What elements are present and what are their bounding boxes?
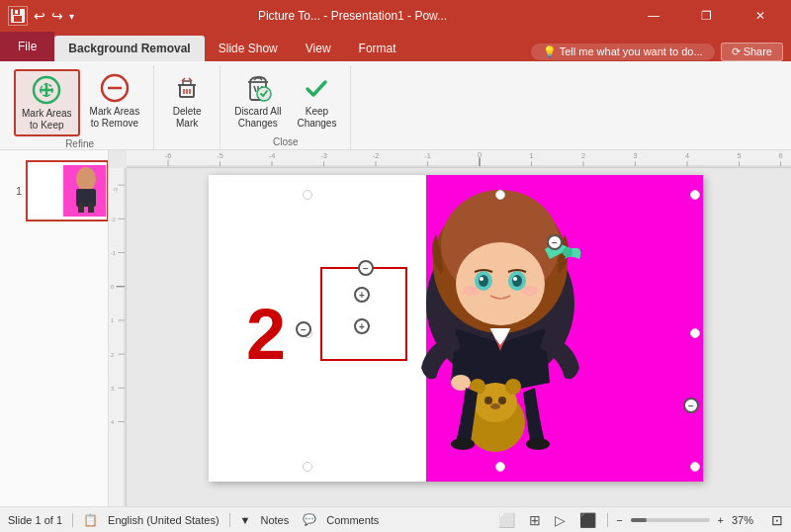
mark-remove-icon xyxy=(99,72,131,104)
view-slideshow-icon[interactable]: ⬛ xyxy=(576,511,599,529)
ribbon-body: Mark Areasto Keep Mark Areasto Remove Re… xyxy=(0,61,791,150)
remove-mark-top[interactable]: − xyxy=(547,234,563,250)
mark-keep-label: Mark Areasto Keep xyxy=(22,108,72,132)
slide-canvas: 2 xyxy=(209,175,703,482)
svg-point-84 xyxy=(451,375,471,391)
window-title: Picture To... - Presentation1 - Pow... xyxy=(258,9,447,23)
app-icon xyxy=(8,6,28,26)
ribbon-buttons-refine1: Mark Areasto Keep Mark Areasto Remove xyxy=(14,65,145,136)
svg-point-81 xyxy=(513,277,517,281)
ribbon-buttons-close: Discard AllChanges KeepChanges xyxy=(228,65,342,134)
rect-plus-2[interactable]: + xyxy=(354,318,370,334)
svg-point-80 xyxy=(480,277,483,281)
selection-handle-bl[interactable] xyxy=(303,462,312,472)
remove-mark-right[interactable]: − xyxy=(683,398,699,413)
view-reading-icon[interactable]: ▷ xyxy=(552,511,569,529)
svg-rect-24 xyxy=(78,203,84,213)
delete-mark-button[interactable]: DeleteMark xyxy=(162,69,212,133)
selection-handle-br[interactable] xyxy=(690,462,700,472)
svg-point-79 xyxy=(512,275,522,287)
close-label: Close xyxy=(273,134,299,147)
restore-button[interactable]: ❐ xyxy=(684,0,730,32)
redo-button[interactable]: ↪ xyxy=(51,8,63,24)
canvas-number-2: 2 xyxy=(246,294,286,375)
status-bar-right: ⬜ ⊞ ▷ ⬛ − + 37% ⊡ xyxy=(495,511,783,529)
tab-view[interactable]: View xyxy=(292,36,345,61)
quick-access-more[interactable]: ▾ xyxy=(69,11,74,22)
svg-point-92 xyxy=(451,438,475,450)
svg-point-83 xyxy=(522,286,538,296)
rect-plus-1[interactable]: + xyxy=(354,287,370,303)
fit-slide-button[interactable]: ⊡ xyxy=(771,512,783,528)
mark-keep-icon xyxy=(31,74,62,106)
svg-rect-3 xyxy=(15,10,18,14)
view-slidesorter-icon[interactable]: ⊞ xyxy=(526,511,544,529)
slide-canvas-wrapper: 2 xyxy=(109,150,791,506)
rect-minus-top[interactable]: − xyxy=(358,260,374,276)
svg-point-75 xyxy=(456,242,545,325)
selection-handle-tc[interactable] xyxy=(495,190,505,200)
ribbon-group-refine1: Mark Areasto Keep Mark Areasto Remove Re… xyxy=(6,65,154,149)
ribbon-tabs: File Background Removal Slide Show View … xyxy=(0,32,791,61)
slides-panel: 1 xyxy=(0,150,109,506)
svg-rect-12 xyxy=(183,81,191,85)
svg-point-94 xyxy=(563,247,572,257)
title-bar: ↩ ↪ ▾ Picture To... - Presentation1 - Po… xyxy=(0,0,791,32)
svg-point-78 xyxy=(479,275,488,287)
view-normal-icon[interactable]: ⬜ xyxy=(495,511,518,529)
svg-rect-25 xyxy=(88,203,94,213)
delete-mark-label: DeleteMark xyxy=(173,106,202,130)
share-button[interactable]: ⟳ Share xyxy=(721,43,783,61)
ribbon-group-delete: DeleteMark xyxy=(154,65,220,149)
notes-icon[interactable]: ▼ xyxy=(240,514,251,526)
comments-button[interactable]: Comments xyxy=(326,514,379,526)
zoom-out-button[interactable]: − xyxy=(616,514,622,526)
keep-changes-icon xyxy=(301,72,332,104)
ribbon-right: 💡 Tell me what you want to do... ⟳ Share xyxy=(531,43,791,61)
svg-point-91 xyxy=(505,379,521,395)
refine-label: Refine xyxy=(65,136,94,149)
delete-mark-icon xyxy=(171,72,203,104)
selection-handle-bc[interactable] xyxy=(495,462,505,472)
tell-me-button[interactable]: 💡 Tell me what you want to do... xyxy=(531,44,715,60)
mark-areas-to-remove-button[interactable]: Mark Areasto Remove xyxy=(84,69,146,133)
selection-handle-tr[interactable] xyxy=(690,190,700,200)
tab-slide-show[interactable]: Slide Show xyxy=(205,36,292,61)
language: English (United States) xyxy=(108,514,220,526)
zoom-slider[interactable] xyxy=(631,518,710,522)
ribbon-group-close: Discard AllChanges KeepChanges Close xyxy=(220,65,351,149)
keep-changes-label: KeepChanges xyxy=(297,106,336,130)
zoom-level[interactable]: 37% xyxy=(732,514,763,526)
svg-point-82 xyxy=(463,286,479,296)
svg-rect-2 xyxy=(14,16,22,22)
mark-areas-to-keep-button[interactable]: Mark Areasto Keep xyxy=(14,69,80,136)
zoom-slider-fill xyxy=(631,518,647,522)
discard-all-changes-button[interactable]: Discard AllChanges xyxy=(228,69,287,133)
status-divider-2 xyxy=(229,513,230,527)
keep-area-rect: − + + xyxy=(320,267,407,361)
comments-icon[interactable]: 💬 xyxy=(303,513,316,526)
minimize-button[interactable]: — xyxy=(631,0,676,32)
discard-icon xyxy=(242,72,274,104)
main-area: 1 xyxy=(0,150,791,506)
notes-button[interactable]: Notes xyxy=(260,514,289,526)
tab-background-removal[interactable]: Background Removal xyxy=(54,36,204,61)
status-divider-1 xyxy=(72,513,73,527)
close-button[interactable]: ✕ xyxy=(738,0,783,32)
selection-handle-mr[interactable] xyxy=(690,328,700,338)
title-bar-right: — ❐ ✕ xyxy=(631,0,783,32)
svg-point-88 xyxy=(498,397,506,404)
keep-changes-button[interactable]: KeepChanges xyxy=(291,69,342,133)
slide-thumb-content xyxy=(28,164,107,218)
status-divider-3 xyxy=(607,513,608,527)
tab-file[interactable]: File xyxy=(0,32,54,61)
remove-mark-left[interactable]: − xyxy=(296,321,311,337)
undo-button[interactable]: ↩ xyxy=(34,8,45,24)
zoom-in-button[interactable]: + xyxy=(718,514,724,526)
svg-point-89 xyxy=(490,403,500,409)
spell-check-icon[interactable]: 📋 xyxy=(83,513,98,527)
ribbon-buttons-delete: DeleteMark xyxy=(162,65,212,145)
selection-handle-tl[interactable] xyxy=(303,190,312,200)
tab-format[interactable]: Format xyxy=(345,36,410,61)
slide-thumbnail[interactable] xyxy=(26,160,109,222)
